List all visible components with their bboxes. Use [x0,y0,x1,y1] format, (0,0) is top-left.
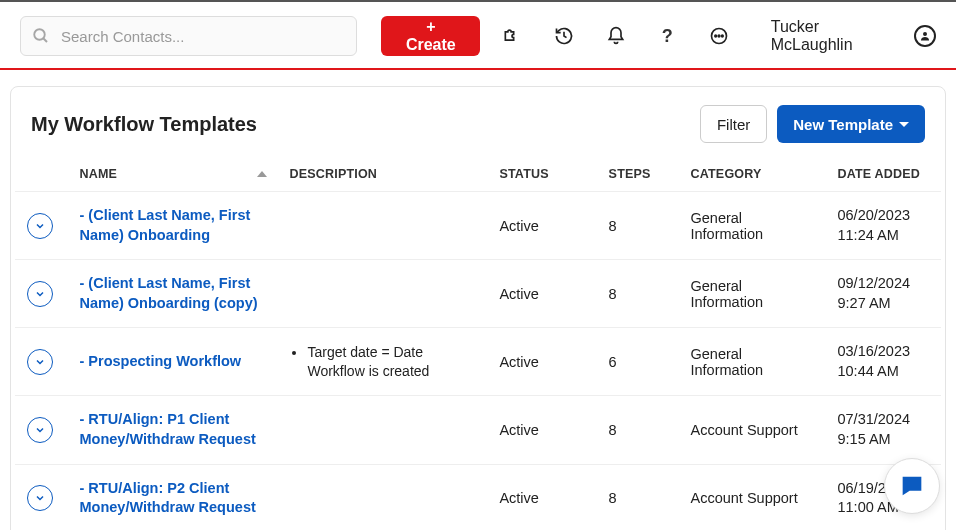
svg-point-5 [721,35,723,37]
steps-cell: 6 [597,328,679,396]
search-icon [32,27,50,45]
chat-icon[interactable] [699,16,739,56]
description-cell: Target date = Date Workflow is created [277,328,487,396]
user-menu[interactable]: Tucker McLaughlin [771,18,936,54]
steps-cell: 8 [597,396,679,464]
templates-table: NAME DESCRIPTION STATUS STEPS CATEGORY D… [15,157,941,530]
description-cell [277,260,487,328]
date-added-cell: 03/16/202310:44 AM [825,328,941,396]
create-button[interactable]: + Create [381,16,480,56]
col-name[interactable]: NAME [67,157,277,192]
status-cell: Active [487,192,596,260]
status-cell: Active [487,328,596,396]
category-cell: General Information [679,192,826,260]
description-cell [277,192,487,260]
search-input[interactable] [20,16,357,56]
description-cell [277,396,487,464]
table-row: - Prospecting WorkflowTarget date = Date… [15,328,941,396]
table-row: - (Client Last Name, First Name) Onboard… [15,260,941,328]
chevron-down-icon [899,122,909,127]
help-icon[interactable]: ? [647,16,687,56]
category-cell: Account Support [679,396,826,464]
table-row: - RTU/Align: P2 Client Money/Withdraw Re… [15,464,941,530]
expand-row-icon[interactable] [27,281,53,307]
steps-cell: 8 [597,260,679,328]
date-added-cell: 07/31/20249:15 AM [825,396,941,464]
description-cell [277,464,487,530]
status-cell: Active [487,396,596,464]
table-row: - (Client Last Name, First Name) Onboard… [15,192,941,260]
template-name-link[interactable]: - RTU/Align: P2 Client Money/Withdraw Re… [79,479,265,518]
steps-cell: 8 [597,192,679,260]
filter-button[interactable]: Filter [700,105,767,143]
category-cell: Account Support [679,464,826,530]
template-name-link[interactable]: - RTU/Align: P1 Client Money/Withdraw Re… [79,410,265,449]
col-description[interactable]: DESCRIPTION [277,157,487,192]
svg-point-0 [34,29,45,40]
template-name-link[interactable]: - (Client Last Name, First Name) Onboard… [79,274,265,313]
avatar-icon [914,25,936,47]
steps-cell: 8 [597,464,679,530]
svg-point-4 [718,35,720,37]
date-added-cell: 09/12/20249:27 AM [825,260,941,328]
expand-row-icon[interactable] [27,349,53,375]
workflow-templates-card: My Workflow Templates Filter New Templat… [10,86,946,530]
col-status[interactable]: STATUS [487,157,596,192]
col-steps[interactable]: STEPS [597,157,679,192]
date-added-cell: 06/20/202311:24 AM [825,192,941,260]
category-cell: General Information [679,260,826,328]
expand-row-icon[interactable] [27,485,53,511]
template-name-link[interactable]: - (Client Last Name, First Name) Onboard… [79,206,265,245]
expand-row-icon[interactable] [27,213,53,239]
svg-line-1 [43,38,47,42]
template-name-link[interactable]: - Prospecting Workflow [79,352,265,372]
table-row: - RTU/Align: P1 Client Money/Withdraw Re… [15,396,941,464]
bell-icon[interactable] [596,16,636,56]
new-template-button[interactable]: New Template [777,105,925,143]
sort-asc-icon [257,171,267,177]
new-template-label: New Template [793,116,893,133]
col-date-added[interactable]: DATE ADDED [825,157,941,192]
puzzle-icon[interactable] [492,16,532,56]
col-category[interactable]: CATEGORY [679,157,826,192]
status-cell: Active [487,260,596,328]
svg-point-3 [715,35,717,37]
category-cell: General Information [679,328,826,396]
search-wrap [20,16,357,56]
expand-row-icon[interactable] [27,417,53,443]
chat-widget[interactable] [884,458,940,514]
history-icon[interactable] [544,16,584,56]
page-title: My Workflow Templates [31,113,257,136]
user-name: Tucker McLaughlin [771,18,904,54]
status-cell: Active [487,464,596,530]
